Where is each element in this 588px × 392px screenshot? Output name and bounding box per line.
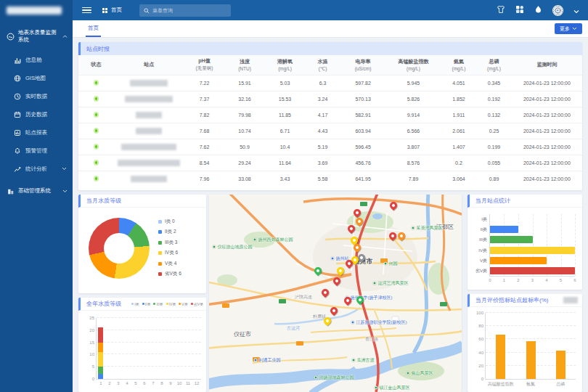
exceedance-rate-panel: 当月评价指标站点超标率(%) 020406080100高锰酸盐指数氨氮总磷	[467, 294, 582, 392]
table-row[interactable]: 7.6250.910.45.19596.453.8071.4070.199202…	[78, 139, 582, 155]
sidebar-item-label: 站点报表	[25, 129, 47, 136]
water-system-icon	[7, 33, 15, 41]
blurred-link[interactable]	[563, 297, 578, 303]
flame-icon[interactable]	[534, 4, 542, 17]
legend-item: V类 4	[158, 258, 181, 269]
table-row[interactable]: 7.6810.746.714.43603.946.5662.0610.25202…	[78, 123, 582, 139]
blue-poi-icon	[331, 257, 335, 261]
sidebar-item-0[interactable]: 信息舱	[0, 51, 73, 69]
column-header: 状态	[78, 55, 114, 75]
donut-chart	[89, 218, 150, 279]
green-poi-icon	[253, 238, 257, 242]
chevron-up-icon	[62, 35, 68, 38]
green-poi-icon	[213, 245, 216, 249]
map-label: 润扬湿地森林公园	[314, 375, 354, 381]
gis-map[interactable]: 扬州市江都区仪征市朴席镇古运河沪陕高速春江路扬州站何园运河三湾风景区扬州大学(扬…	[209, 195, 462, 392]
map-label: 扬州西郊森林公园	[253, 237, 293, 243]
bar-chart-icon	[14, 57, 21, 64]
sidebar-item-label: 统计分析	[25, 166, 47, 173]
station-table: 状态站点pH值(无量纲)浊度(NTU)溶解氧(mg/L)水温(℃)电导率(uS/…	[78, 55, 582, 187]
station-name-blurred	[136, 112, 162, 118]
station-name-blurred	[130, 80, 168, 86]
map-label: 茱萸湾风景区	[412, 225, 443, 232]
map-label: 镇江金山风景区	[375, 385, 410, 391]
column-header: 溶解氧(mg/L)	[265, 55, 306, 75]
station-name-blurred	[136, 128, 162, 134]
tab-home[interactable]: 首页	[86, 25, 101, 37]
status-ok-dot	[94, 96, 99, 102]
station-report-panel: 站点时报 状态站点pH值(无量纲)浊度(NTU)溶解氧(mg/L)水温(℃)电导…	[78, 42, 582, 190]
sidebar-item-1[interactable]: GIS地图	[0, 69, 73, 87]
table-row[interactable]: 7.2215.915.036.3597.825.9454.0510.345202…	[78, 75, 582, 91]
sidebar-system-group[interactable]: 地表水质量监测系统	[0, 20, 73, 51]
column-header: 电导率(uS/cm)	[340, 55, 385, 75]
sidebar-item-label: 历史数据	[25, 111, 47, 118]
menu-search-box[interactable]	[139, 4, 231, 17]
station-table-header: 状态站点pH值(无量纲)浊度(NTU)溶解氧(mg/L)水温(℃)电导率(uS/…	[78, 55, 582, 75]
sidebar-item-5[interactable]: 预警管理	[0, 142, 73, 160]
green-poi-icon	[384, 262, 388, 266]
sidebar-item-base-management[interactable]: 基础管理系统	[0, 180, 73, 202]
sidebar-system-label: 地表水质量监测系统	[18, 29, 59, 44]
table-row[interactable]: 8.5429.2411.643.69456.768.5760.20.055202…	[78, 155, 582, 171]
station-name-blurred	[131, 176, 167, 182]
column-header: 总磷(mg/L)	[476, 55, 512, 75]
panel-title-station-stats: 当月站点统计	[467, 195, 582, 208]
green-poi-icon	[314, 376, 318, 380]
sidebar-item-6[interactable]: 统计分析	[0, 160, 73, 178]
column-header: 浊度(NTU)	[224, 55, 265, 75]
blue-poi-icon	[351, 321, 355, 324]
map-label: 仪征市	[234, 330, 251, 338]
blue-poi-icon	[254, 359, 258, 362]
column-header: 氨氮(mg/L)	[441, 55, 477, 75]
chevron-down-icon	[62, 189, 68, 193]
map-label: 运河三湾风景区	[373, 280, 409, 287]
search-icon	[144, 4, 150, 17]
sidebar-menu: 信息舱GIS地图实时数据历史数据站点报表预警管理统计分析	[0, 51, 73, 178]
building-icon	[7, 187, 15, 195]
map-label: 江苏旅游职业学院(新校区)	[351, 319, 407, 326]
search-input[interactable]	[152, 8, 226, 13]
legend-item: III类 3	[158, 237, 181, 248]
map-label: 瓜洲古渡	[352, 357, 375, 364]
status-ok-dot	[94, 144, 99, 150]
status-ok-dot	[94, 128, 99, 134]
hamburger-menu-icon[interactable]	[82, 6, 91, 15]
sidebar-item-label: 预警管理	[25, 147, 47, 155]
column-header: pH值(无量纲)	[184, 55, 225, 75]
station-stats-bar-chart: 0123456I类II类III类IV类V类劣V类	[489, 214, 575, 277]
tabbar: 首页 更多	[73, 20, 588, 38]
station-table-body: 7.2215.915.036.3597.825.9454.0510.345202…	[78, 75, 582, 187]
topbar-home-label: 首页	[111, 7, 122, 14]
sidebar-item-2[interactable]: 实时数据	[0, 87, 73, 105]
alert-icon	[14, 147, 21, 155]
monthly-station-stats-panel: 当月站点统计 0123456I类II类III类IV类V类劣V类	[467, 195, 582, 290]
more-button[interactable]: 更多	[555, 23, 582, 34]
panel-title-annual-quality: 全年水质等级	[86, 300, 121, 308]
donut-legend: I类 0II类 2III类 3IV类 6V类 4劣V类 6	[158, 216, 181, 279]
main-content: 站点时报 状态站点pH值(无量纲)浊度(NTU)溶解氧(mg/L)水温(℃)电导…	[73, 38, 588, 392]
legend-item: 劣V类 6	[158, 269, 181, 280]
sidebar-item-4[interactable]: 站点报表	[0, 123, 73, 142]
station-name-blurred	[118, 160, 180, 166]
map-label: 沪陕高速	[295, 294, 312, 301]
status-ok-dot	[94, 176, 99, 181]
avatar[interactable]	[552, 5, 563, 16]
caret-down-icon[interactable]	[573, 4, 579, 17]
layout-icon[interactable]	[515, 4, 524, 17]
green-poi-icon	[373, 282, 377, 285]
theme-icon[interactable]	[497, 4, 505, 17]
table-row[interactable]: 7.3732.1615.533.24570.135.8261.8520.1922…	[78, 91, 582, 107]
exceedance-bar-chart: 020406080100高锰酸盐指数氨氮总磷	[485, 313, 576, 380]
chevron-down-icon	[572, 27, 577, 30]
logo-blurred	[7, 7, 62, 15]
table-row[interactable]: 7.9633.083.435.58641.957.893.0640.892024…	[78, 171, 582, 187]
column-header: 站点	[114, 55, 184, 75]
legend-item: I类 0	[158, 216, 181, 227]
green-poi-icon	[375, 386, 378, 390]
table-row[interactable]: 7.8279.9811.854.17582.919.9141.9110.1322…	[78, 107, 582, 123]
clock-icon	[14, 93, 21, 100]
map-label: 古运河	[287, 325, 300, 332]
sidebar-item-3[interactable]: 历史数据	[0, 105, 73, 123]
topbar-home-link[interactable]: 首页	[102, 7, 122, 14]
